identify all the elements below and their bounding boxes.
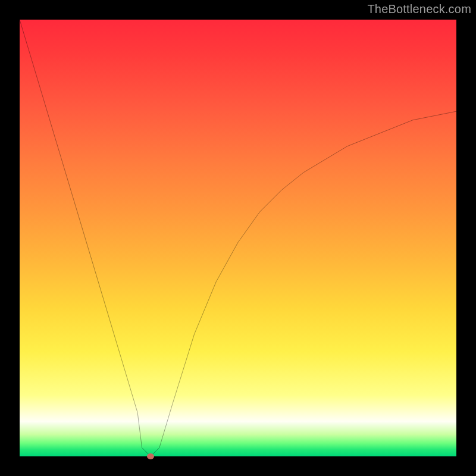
curve-path — [20, 20, 456, 456]
bottleneck-curve — [20, 20, 456, 456]
chart-stage: TheBottleneck.com — [0, 0, 476, 476]
plot-area — [20, 20, 456, 456]
optimal-point-marker — [147, 453, 154, 459]
watermark-text: TheBottleneck.com — [367, 2, 471, 16]
